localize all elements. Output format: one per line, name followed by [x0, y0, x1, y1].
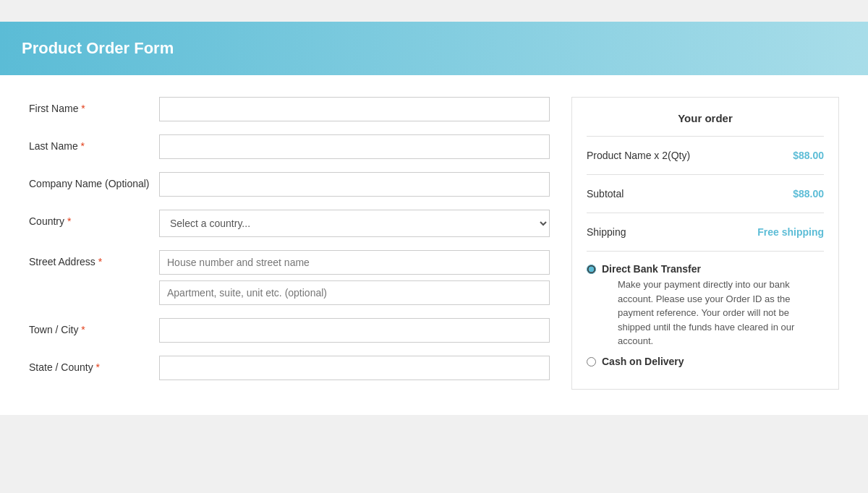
product-name: Product Name x 2(Qty) [587, 150, 690, 161]
subtotal-row: Subtotal $88.00 [587, 182, 824, 205]
state-county-row: State / County * [29, 356, 550, 380]
company-name-input[interactable] [159, 172, 550, 197]
state-county-label: State / County * [29, 356, 159, 373]
cash-on-delivery-radio[interactable] [587, 357, 596, 366]
direct-bank-label[interactable]: Direct Bank Transfer [602, 263, 701, 275]
company-name-input-wrapper [159, 172, 550, 197]
main-content: First Name * Last Name * [0, 75, 868, 415]
shipping-value: Free shipping [757, 226, 824, 238]
shipping-label: Shipping [587, 226, 626, 238]
last-name-input[interactable] [159, 134, 550, 159]
company-name-row: Company Name (Optional) [29, 172, 550, 197]
street-address-input-wrapper [159, 250, 550, 305]
payment-section: Direct Bank Transfer Make your payment d… [587, 263, 824, 367]
town-city-row: Town / City * [29, 318, 550, 343]
cash-on-delivery-label[interactable]: Cash on Delivery [602, 356, 684, 367]
street-address-label: Street Address * [29, 250, 159, 267]
country-row: Country * Select a country... Afghanista… [29, 210, 550, 237]
last-name-required: * [81, 140, 85, 152]
last-name-label: Last Name * [29, 134, 159, 152]
first-name-input-wrapper [159, 97, 550, 121]
country-label: Country * [29, 210, 159, 227]
shipping-row: Shipping Free shipping [587, 220, 824, 244]
town-city-input[interactable] [159, 318, 550, 343]
street-address-input-2[interactable] [159, 280, 550, 305]
subtotal-value: $88.00 [793, 188, 824, 200]
first-name-label: First Name * [29, 97, 159, 114]
state-county-input[interactable] [159, 356, 550, 380]
order-divider-4 [587, 251, 824, 252]
form-section: First Name * Last Name * [29, 97, 550, 393]
street-address-required: * [98, 256, 102, 267]
last-name-input-wrapper [159, 134, 550, 159]
first-name-input[interactable] [159, 97, 550, 121]
company-name-label: Company Name (Optional) [29, 172, 159, 189]
direct-bank-option: Direct Bank Transfer Make your payment d… [587, 263, 824, 348]
page-title: Product Order Form [22, 39, 846, 58]
direct-bank-description: Make your payment directly into our bank… [618, 278, 824, 348]
order-title: Your order [587, 112, 824, 124]
town-city-label: Town / City * [29, 318, 159, 335]
street-address-row: Street Address * [29, 250, 550, 305]
order-divider-2 [587, 174, 824, 175]
street-address-input[interactable] [159, 250, 550, 275]
direct-bank-radio[interactable] [587, 265, 596, 274]
product-row: Product Name x 2(Qty) $88.00 [587, 144, 824, 167]
state-county-required: * [96, 361, 100, 373]
country-input-wrapper: Select a country... AfghanistanAlbaniaAl… [159, 210, 550, 237]
country-required: * [67, 215, 71, 227]
first-name-required: * [81, 103, 85, 114]
first-name-row: First Name * [29, 97, 550, 121]
country-select[interactable]: Select a country... AfghanistanAlbaniaAl… [159, 210, 550, 237]
state-county-input-wrapper [159, 356, 550, 380]
order-divider-1 [587, 136, 824, 137]
header-banner: Product Order Form [0, 22, 868, 75]
order-panel: Your order Product Name x 2(Qty) $88.00 … [571, 97, 839, 390]
cash-on-delivery-option: Cash on Delivery [587, 356, 824, 367]
order-divider-3 [587, 213, 824, 213]
last-name-row: Last Name * [29, 134, 550, 159]
town-city-input-wrapper [159, 318, 550, 343]
product-price: $88.00 [793, 150, 824, 161]
subtotal-label: Subtotal [587, 188, 624, 200]
town-city-required: * [81, 324, 85, 335]
